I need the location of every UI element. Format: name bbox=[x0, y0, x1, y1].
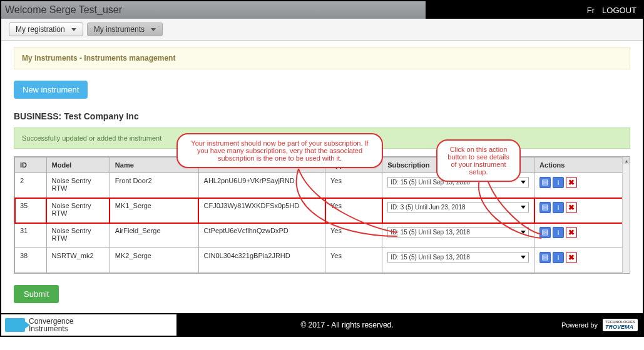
business-heading: BUSINESS: Test Company Inc bbox=[14, 111, 630, 121]
info-icon[interactable]: i bbox=[553, 227, 564, 238]
nav-bar: My registration My instruments bbox=[1, 19, 643, 41]
cell-id: 38 bbox=[15, 248, 47, 273]
info-icon[interactable]: i bbox=[553, 202, 564, 213]
caret-down-icon bbox=[521, 256, 526, 259]
cell-name: MK1_Serge bbox=[110, 198, 198, 223]
cell-model: NSRTW_mk2 bbox=[46, 248, 110, 273]
my-instruments-menu[interactable]: My instruments bbox=[87, 22, 163, 36]
logout-link[interactable]: LOGOUT bbox=[602, 6, 636, 15]
top-bar: Welcome Serge Test_user Fr LOGOUT bbox=[1, 1, 643, 19]
scrollbar[interactable]: ▴ bbox=[622, 157, 630, 273]
page-title: My instruments - Instruments management bbox=[14, 47, 630, 69]
callout-pointer-icon bbox=[474, 177, 549, 248]
cell-approved: Yes bbox=[325, 248, 382, 273]
delete-icon[interactable]: ✖ bbox=[566, 202, 577, 213]
language-toggle[interactable]: Fr bbox=[587, 6, 595, 15]
cell-id: 31 bbox=[15, 223, 47, 248]
cell-subscription: ID: 15 (5) Until Sep 13, 2018 bbox=[382, 248, 534, 273]
logo-mark-icon bbox=[5, 318, 25, 332]
cell-id: 35 bbox=[15, 198, 47, 223]
help-callout-action: Click on this action button to see detai… bbox=[436, 139, 521, 182]
trovema-logo: TECHNOLOGIES TROVEMA bbox=[603, 319, 638, 331]
my-registration-menu[interactable]: My registration bbox=[9, 22, 83, 36]
convergence-logo: Convergence Instruments bbox=[5, 318, 73, 332]
delete-icon[interactable]: ✖ bbox=[566, 252, 577, 263]
details-icon[interactable] bbox=[539, 252, 551, 263]
footer: Convergence Instruments © 2017 - All rig… bbox=[1, 313, 643, 336]
cell-actions: i✖ bbox=[534, 248, 630, 273]
info-icon[interactable]: i bbox=[553, 177, 564, 188]
copyright-text: © 2017 - All rights reserved. bbox=[176, 314, 518, 336]
cell-id: 2 bbox=[15, 173, 47, 198]
cell-name: Front Door2 bbox=[110, 173, 198, 198]
caret-down-icon bbox=[151, 28, 156, 31]
new-instrument-button[interactable]: New instrument bbox=[14, 81, 88, 99]
powered-by-label: Powered by bbox=[561, 321, 598, 329]
cell-model: Noise Sentry RTW bbox=[46, 198, 110, 223]
delete-icon[interactable]: ✖ bbox=[566, 177, 577, 188]
my-instruments-label: My instruments bbox=[94, 25, 145, 34]
info-icon[interactable]: i bbox=[553, 252, 564, 263]
cell-name: MK2_Serge bbox=[110, 248, 198, 273]
submit-button[interactable]: Submit bbox=[14, 285, 59, 303]
scroll-up-icon[interactable]: ▴ bbox=[623, 157, 630, 164]
caret-down-icon bbox=[71, 28, 76, 31]
col-actions[interactable]: Actions bbox=[534, 158, 630, 173]
svg-rect-9 bbox=[543, 255, 548, 260]
col-id[interactable]: ID bbox=[15, 158, 47, 173]
cell-model: Noise Sentry RTW bbox=[46, 173, 110, 198]
delete-icon[interactable]: ✖ bbox=[566, 227, 577, 238]
col-model[interactable]: Model bbox=[46, 158, 110, 173]
table-row: 38NSRTW_mk2MK2_SergeCIN0L304c321gBPia2JR… bbox=[15, 248, 630, 273]
cell-model: Noise Sentry RTW bbox=[46, 223, 110, 248]
help-callout-subscription: Your instrument should now be part of yo… bbox=[176, 133, 383, 168]
subscription-select[interactable]: ID: 15 (5) Until Sep 13, 2018 bbox=[387, 252, 529, 262]
cell-serial: CIN0L304c321gBPia2JRHD bbox=[198, 248, 325, 273]
cell-name: AirField_Serge bbox=[110, 223, 198, 248]
welcome-text: Welcome Serge Test_user bbox=[1, 1, 426, 19]
my-registration-label: My registration bbox=[16, 25, 65, 34]
callout-pointer-icon bbox=[292, 169, 405, 246]
